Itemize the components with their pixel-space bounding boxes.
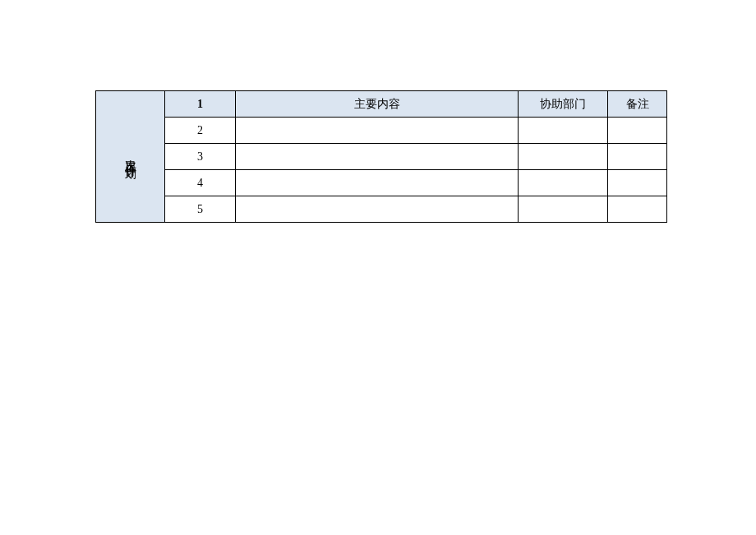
header-dept: 协助部门 (519, 91, 608, 118)
row-remark (608, 118, 667, 144)
row-content (236, 196, 519, 223)
row-num: 5 (165, 196, 236, 223)
row-dept (519, 196, 608, 223)
plan-table-wrapper: 次日工作计划 1 主要内容 协助部门 备注 2 3 4 5 (95, 90, 667, 223)
row-num: 4 (165, 170, 236, 196)
row-content (236, 170, 519, 196)
row-num: 2 (165, 118, 236, 144)
table-row: 5 (96, 196, 667, 223)
table-row: 2 (96, 118, 667, 144)
row-dept (519, 144, 608, 170)
row-content (236, 144, 519, 170)
table-header-row: 次日工作计划 1 主要内容 协助部门 备注 (96, 91, 667, 118)
side-label-cell: 次日工作计划 (96, 91, 165, 223)
plan-table: 次日工作计划 1 主要内容 协助部门 备注 2 3 4 5 (95, 90, 667, 223)
header-num: 1 (165, 91, 236, 118)
row-remark (608, 196, 667, 223)
row-remark (608, 170, 667, 196)
side-label: 次日工作计划 (123, 150, 137, 160)
row-dept (519, 170, 608, 196)
row-num: 3 (165, 144, 236, 170)
header-remark: 备注 (608, 91, 667, 118)
table-row: 3 (96, 144, 667, 170)
header-content: 主要内容 (236, 91, 519, 118)
row-dept (519, 118, 608, 144)
row-content (236, 118, 519, 144)
row-remark (608, 144, 667, 170)
table-row: 4 (96, 170, 667, 196)
